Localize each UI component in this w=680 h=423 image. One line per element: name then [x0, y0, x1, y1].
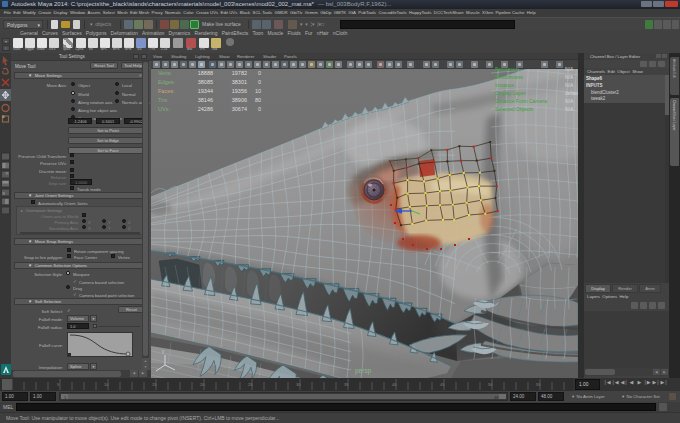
svg-text:10: 10 — [104, 382, 109, 387]
svg-text:35: 35 — [344, 382, 349, 387]
svg-text:50: 50 — [488, 382, 493, 387]
svg-text:20: 20 — [200, 382, 205, 387]
svg-text:15: 15 — [152, 382, 157, 387]
svg-text:30: 30 — [296, 382, 301, 387]
svg-text:45: 45 — [440, 382, 445, 387]
svg-text:25: 25 — [248, 382, 253, 387]
svg-text:persp: persp — [355, 367, 372, 375]
svg-text:55: 55 — [536, 382, 541, 387]
svg-text:40: 40 — [392, 382, 397, 387]
